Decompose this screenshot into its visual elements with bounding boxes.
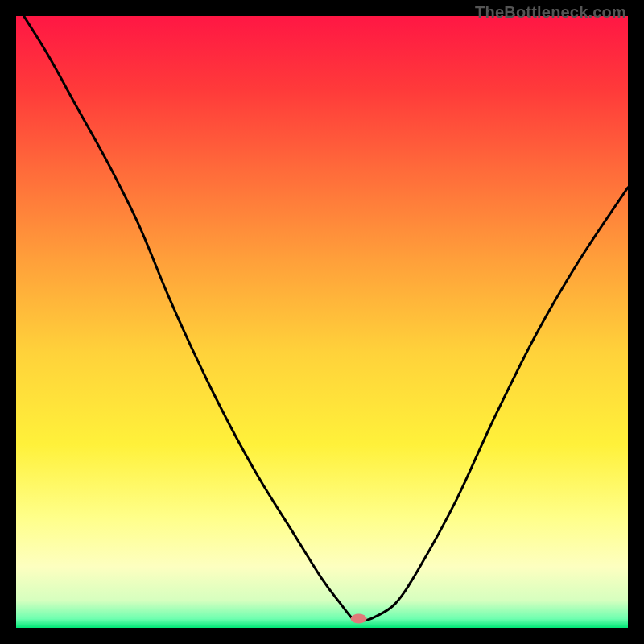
chart-frame: TheBottleneck.com	[0, 0, 644, 644]
minimum-marker	[351, 614, 367, 624]
plot-area	[16, 16, 628, 628]
line-chart	[16, 16, 628, 628]
watermark-text: TheBottleneck.com	[475, 3, 626, 22]
bottleneck-curve	[16, 16, 628, 621]
